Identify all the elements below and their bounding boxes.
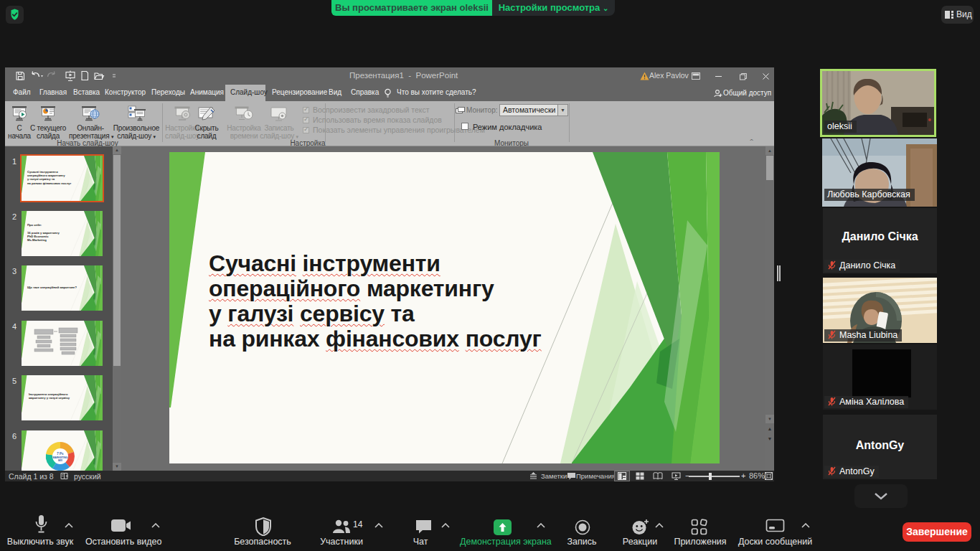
svg-text:MIX: MIX	[58, 459, 63, 462]
svg-text:7 Ps: 7 Ps	[57, 452, 64, 456]
